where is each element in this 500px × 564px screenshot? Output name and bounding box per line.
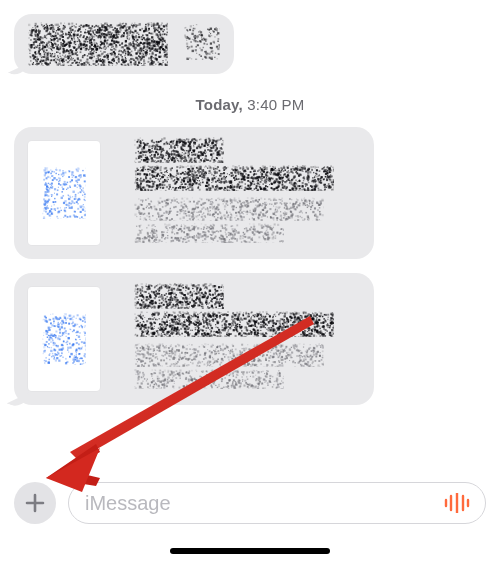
message-input-placeholder: iMessage [85, 492, 443, 515]
incoming-attachment-bubble[interactable] [14, 273, 374, 405]
plus-icon [24, 492, 46, 514]
voice-message-button[interactable] [443, 489, 471, 517]
incoming-attachment-bubble[interactable] [14, 127, 374, 259]
voice-message-icon [444, 493, 470, 513]
home-indicator[interactable] [170, 548, 330, 554]
compose-bar: iMessage [0, 478, 500, 528]
add-attachment-button[interactable] [14, 482, 56, 524]
message-input[interactable]: iMessage [68, 482, 486, 524]
file-thumbnail[interactable] [28, 141, 100, 245]
file-thumbnail[interactable] [28, 287, 100, 391]
incoming-message-bubble[interactable] [14, 14, 234, 74]
timestamp-separator: Today, 3:40 PM [14, 96, 486, 113]
message-list: Today, 3:40 PM [0, 0, 500, 405]
timestamp-time: 3:40 PM [247, 96, 304, 113]
timestamp-day: Today [196, 96, 239, 113]
